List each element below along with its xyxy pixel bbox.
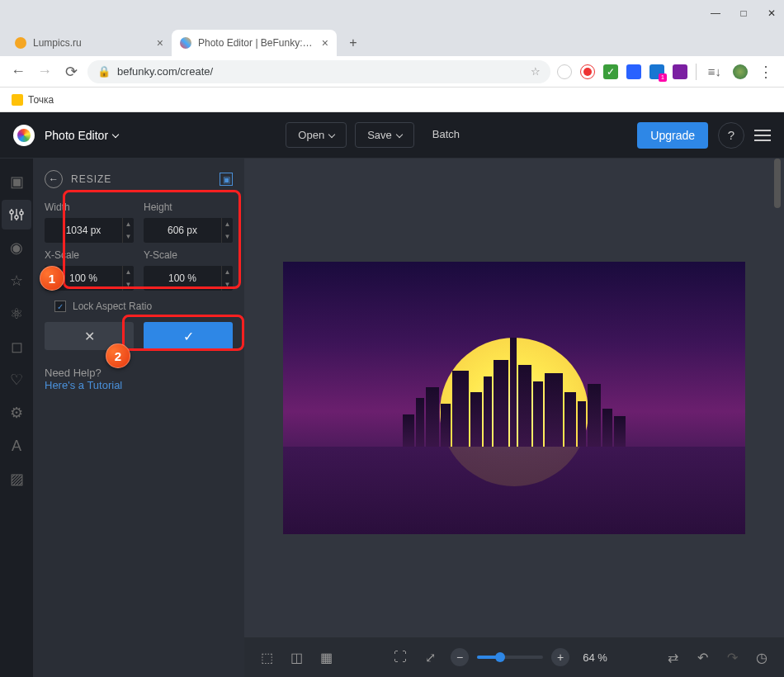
- upgrade-button[interactable]: Upgrade: [637, 122, 708, 149]
- app-logo[interactable]: [13, 125, 35, 146]
- help-title: Need Help?: [45, 367, 233, 379]
- panel-title: RESIZE: [71, 173, 111, 185]
- bookmark-item[interactable]: Точка: [28, 94, 54, 106]
- spinner-up-icon[interactable]: ▲: [222, 266, 233, 278]
- help-button[interactable]: ?: [718, 122, 744, 149]
- undo-icon[interactable]: ↶: [693, 650, 711, 665]
- nav-back-icon[interactable]: ←: [8, 63, 28, 80]
- height-input[interactable]: 606 px ▲▼: [144, 218, 233, 243]
- zoom-percent: 64 %: [583, 651, 607, 664]
- bottom-toolbar: ⬚ ◫ ▦ ⛶ ⤢ − + 64 % ⇄ ↶ ↷ ◷: [244, 637, 784, 677]
- width-input[interactable]: 1034 px ▲▼: [45, 218, 134, 243]
- tool-rail: ▣ ◉ ☆ ⚛ ◻ ♡ ⚙ A ▨: [0, 159, 33, 677]
- rail-textures-icon[interactable]: ▨: [2, 464, 31, 494]
- menu-button[interactable]: [754, 130, 771, 141]
- panel-batch-icon[interactable]: ▣: [220, 173, 233, 186]
- rail-frames-icon[interactable]: ⚛: [2, 299, 31, 329]
- layers-icon[interactable]: ⬚: [257, 650, 276, 665]
- ext-icon[interactable]: 1: [649, 64, 664, 79]
- open-button[interactable]: Open: [286, 122, 347, 148]
- address-bar: ← → ⟳ 🔒 befunky.com/create/ ☆ ✓ 1 ≡↓ ⋮: [0, 56, 784, 88]
- tab-favicon: [180, 37, 191, 49]
- window-close[interactable]: ✕: [766, 7, 777, 19]
- yscale-input[interactable]: 100 % ▲▼: [144, 266, 233, 291]
- ext-icon[interactable]: [626, 64, 641, 79]
- browser-tab-1[interactable]: Photo Editor | BeFunky: Free Onl ×: [172, 30, 337, 56]
- rail-effects-icon[interactable]: ◉: [2, 233, 31, 263]
- batch-button[interactable]: Batch: [423, 122, 470, 148]
- side-panel: ← RESIZE ▣ 1 Width 1034 px ▲▼ Height 60: [33, 159, 244, 677]
- nav-reload-icon[interactable]: ⟳: [61, 63, 81, 81]
- url-text: befunky.com/create/: [117, 65, 213, 78]
- spinner-up-icon[interactable]: ▲: [222, 218, 233, 230]
- svg-point-4: [15, 215, 18, 219]
- zoom-out-button[interactable]: −: [451, 648, 469, 666]
- divider: [696, 64, 697, 80]
- width-label: Width: [45, 201, 134, 213]
- spinner-down-icon[interactable]: ▼: [123, 230, 134, 243]
- spinner-down-icon[interactable]: ▼: [222, 278, 233, 291]
- svg-point-3: [10, 211, 13, 214]
- zoom-in-button[interactable]: +: [551, 648, 569, 666]
- tab-close-icon[interactable]: ×: [157, 36, 163, 50]
- star-icon[interactable]: ☆: [531, 65, 541, 78]
- history-icon[interactable]: ◷: [753, 650, 771, 665]
- ext-icon[interactable]: [673, 64, 687, 79]
- chevron-down-icon: [112, 130, 119, 137]
- zoom-control: − + 64 %: [451, 648, 607, 666]
- window-titlebar: — □ ✕: [0, 0, 784, 26]
- reading-list-icon[interactable]: ≡↓: [705, 64, 725, 78]
- address-field[interactable]: 🔒 befunky.com/create/ ☆: [87, 60, 550, 83]
- zoom-slider[interactable]: [477, 656, 543, 659]
- rail-image-icon[interactable]: ▣: [2, 167, 31, 196]
- bookmark-folder-icon: [12, 94, 23, 106]
- ext-icon[interactable]: ✓: [603, 64, 618, 79]
- panel-back-button[interactable]: ←: [45, 170, 63, 188]
- profile-avatar[interactable]: [733, 64, 748, 79]
- annotation-badge-1: 1: [40, 266, 64, 291]
- browser-menu-icon[interactable]: ⋮: [756, 63, 776, 81]
- browser-tab-0[interactable]: Lumpics.ru ×: [7, 30, 172, 56]
- chevron-down-icon: [396, 130, 403, 137]
- vertical-scrollbar[interactable]: [774, 159, 782, 636]
- canvas-image: [283, 262, 745, 534]
- rail-text-icon[interactable]: A: [2, 431, 31, 461]
- browser-tabs: Lumpics.ru × Photo Editor | BeFunky: Fre…: [0, 26, 784, 56]
- spinner-down-icon[interactable]: ▼: [123, 278, 134, 291]
- mode-label-text: Photo Editor: [45, 129, 108, 142]
- new-tab-button[interactable]: +: [343, 33, 363, 53]
- window-minimize[interactable]: —: [710, 7, 721, 19]
- canvas-viewport[interactable]: [244, 159, 784, 637]
- spinner-up-icon[interactable]: ▲: [123, 266, 134, 278]
- fit-icon[interactable]: ⛶: [391, 650, 409, 665]
- rail-adjust-icon[interactable]: [2, 200, 31, 230]
- nav-forward-icon[interactable]: →: [35, 63, 54, 80]
- lock-aspect-checkbox[interactable]: ✓: [54, 301, 66, 312]
- app-header: Photo Editor Open Save Batch Upgrade ?: [0, 112, 784, 159]
- shuffle-icon[interactable]: ⇄: [664, 650, 682, 665]
- apply-button[interactable]: ✓: [144, 322, 233, 350]
- tab-favicon: [15, 37, 26, 49]
- ext-icon[interactable]: [580, 64, 595, 79]
- rail-star-icon[interactable]: ☆: [2, 266, 31, 296]
- tab-title: Photo Editor | BeFunky: Free Onl: [198, 37, 315, 49]
- help-tutorial-link[interactable]: Here's a Tutorial: [45, 379, 233, 391]
- annotation-badge-2: 2: [106, 343, 130, 368]
- mode-selector[interactable]: Photo Editor: [45, 129, 118, 142]
- yscale-label: Y-Scale: [144, 249, 233, 261]
- ext-icon[interactable]: [557, 64, 572, 79]
- redo-icon[interactable]: ↷: [723, 650, 741, 665]
- save-button[interactable]: Save: [355, 122, 414, 148]
- rail-heart-icon[interactable]: ♡: [2, 365, 31, 395]
- rail-gear-icon[interactable]: ⚙: [2, 398, 31, 428]
- spinner-up-icon[interactable]: ▲: [123, 218, 134, 230]
- rail-graphics-icon[interactable]: ◻: [2, 332, 31, 362]
- height-label: Height: [144, 201, 233, 213]
- tab-title: Lumpics.ru: [33, 37, 150, 49]
- window-maximize[interactable]: □: [738, 7, 749, 19]
- compare-icon[interactable]: ◫: [287, 650, 305, 665]
- tab-close-icon[interactable]: ×: [322, 36, 328, 50]
- spinner-down-icon[interactable]: ▼: [222, 230, 233, 243]
- grid-icon[interactable]: ▦: [317, 650, 335, 665]
- expand-icon[interactable]: ⤢: [421, 650, 439, 665]
